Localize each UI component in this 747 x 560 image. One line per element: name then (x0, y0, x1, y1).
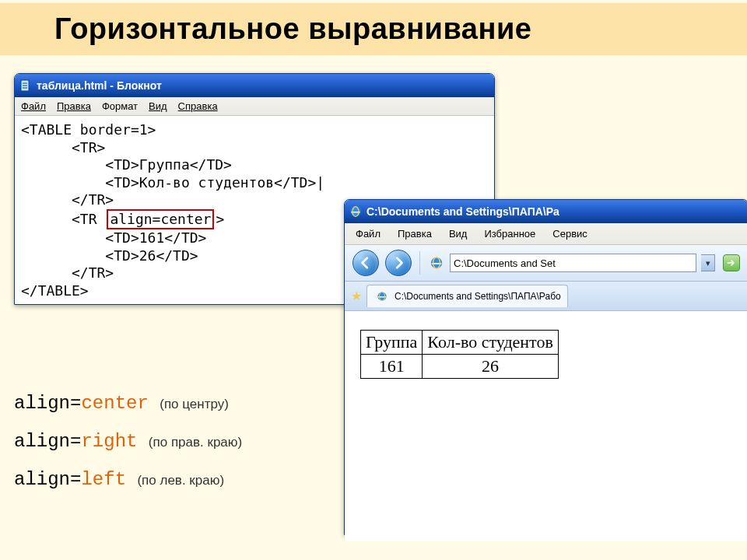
notepad-title-text: таблица.html - Блокнот (37, 79, 489, 92)
menu-format[interactable]: Формат (102, 100, 138, 112)
table-row: Группа Кол-во студентов (361, 331, 559, 355)
back-button[interactable] (352, 250, 379, 276)
address-text: C:\Documents and Set (454, 257, 556, 269)
align-legend: align=center (по центру) align=right (по… (14, 384, 242, 499)
cell-group-value: 161 (361, 355, 423, 379)
forward-button[interactable] (385, 250, 412, 276)
toolbar-separator (419, 251, 420, 275)
ie-menu-tools[interactable]: Сервис (552, 228, 587, 240)
favorites-star-icon[interactable]: ★ (351, 290, 362, 303)
menu-view[interactable]: Вид (149, 100, 167, 112)
code-line: <TD>26</TD> (21, 247, 198, 264)
ie-toolbar: C:\Documents and Set ▾ (345, 245, 747, 282)
tab-favicon (374, 288, 391, 305)
tab-text: C:\Documents and Settings\ПАПА\Рабо (395, 291, 561, 302)
code-line: </TR> (21, 191, 114, 208)
address-bar[interactable]: C:\Documents and Set (450, 254, 696, 272)
ie-menu-file[interactable]: Файл (356, 228, 381, 240)
legend-center: align=center (по центру) (14, 384, 242, 422)
highlight-align-center: align=center (107, 209, 214, 230)
page-favicon (428, 254, 445, 271)
code-line: <TD>Кол-во студентов</TD>| (21, 174, 324, 191)
legend-left: align=left (по лев. краю) (14, 460, 242, 499)
ie-window: C:\Documents and Settings\ПАПА\Ра Файл П… (344, 199, 747, 535)
ie-menu-view[interactable]: Вид (449, 228, 468, 240)
ie-menu-fav[interactable]: Избранное (484, 228, 535, 240)
menu-help[interactable]: Справка (178, 100, 218, 112)
ie-tabbar: ★ C:\Documents and Settings\ПАПА\Рабо (345, 282, 747, 311)
notepad-menubar: Файл Правка Формат Вид Справка (15, 97, 494, 116)
menu-edit[interactable]: Правка (57, 100, 91, 112)
code-line: <TD>161</TD> (21, 229, 206, 246)
ie-icon (349, 205, 362, 218)
address-dropdown[interactable]: ▾ (701, 254, 715, 271)
rendered-table: Группа Кол-во студентов 161 26 (360, 330, 559, 379)
go-button[interactable] (723, 254, 740, 271)
code-line: <TR> (21, 139, 105, 156)
chevron-down-icon: ▾ (706, 258, 710, 268)
ie-menubar: Файл Правка Вид Избранное Сервис (345, 223, 747, 245)
cell-count-header: Кол-во студентов (423, 331, 558, 355)
ie-titlebar[interactable]: C:\Documents and Settings\ПАПА\Ра (345, 200, 747, 223)
code-line: </TABLE> (21, 282, 89, 299)
notepad-icon (19, 79, 32, 92)
cell-group-header: Группа (361, 331, 423, 355)
code-line: </TR> (21, 264, 114, 281)
ie-menu-edit[interactable]: Правка (398, 228, 432, 240)
ie-page-body: Группа Кол-во студентов 161 26 (345, 311, 747, 541)
notepad-titlebar[interactable]: таблица.html - Блокнот (15, 74, 494, 97)
code-line: <TD>Группа</TD> (21, 156, 232, 173)
code-line: > (216, 211, 224, 227)
page-title-bar: Горизонтальное выравнивание (0, 3, 747, 55)
page-title: Горизонтальное выравнивание (54, 12, 747, 46)
cell-count-value: 26 (423, 355, 558, 379)
code-line: <TABLE border=1> (21, 121, 156, 138)
code-line: <TR (21, 211, 105, 227)
browser-tab[interactable]: C:\Documents and Settings\ПАПА\Рабо (366, 285, 568, 307)
menu-file[interactable]: Файл (21, 100, 46, 112)
table-row: 161 26 (361, 355, 559, 379)
ie-title-text: C:\Documents and Settings\ПАПА\Ра (366, 205, 743, 218)
legend-right: align=right (по прав. краю) (14, 422, 242, 460)
